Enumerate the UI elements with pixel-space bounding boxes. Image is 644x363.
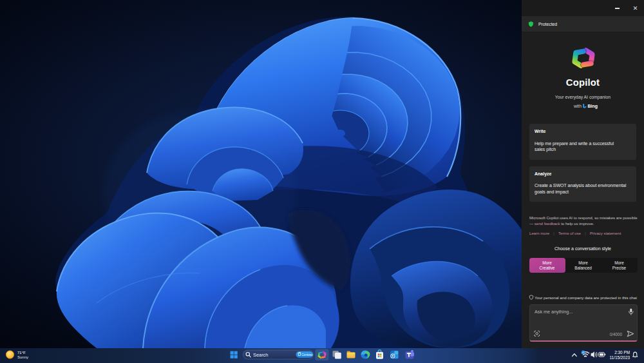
svg-text:Contoso: Contoso bbox=[301, 353, 313, 357]
